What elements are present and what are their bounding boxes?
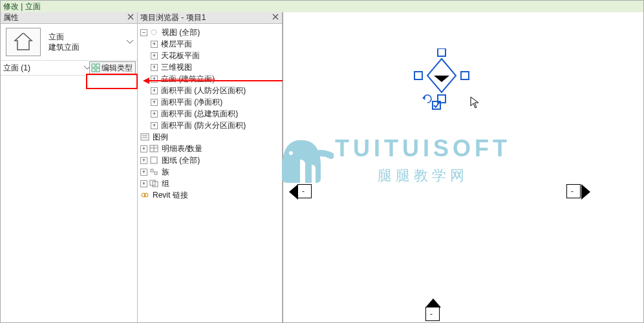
- elevation-marker-selected[interactable]: -: [409, 48, 479, 112]
- expand-icon[interactable]: [151, 122, 158, 129]
- tree-node-links[interactable]: Revit 链接: [140, 189, 281, 201]
- tree-node-sheets[interactable]: 图纸 (全部): [140, 154, 281, 166]
- type-name: 立面: [48, 32, 80, 42]
- project-tree[interactable]: 视图 (全部) 楼层平面 天花板平面 三维视图 立面 (建筑立面) 面积平面 (…: [138, 24, 282, 203]
- expand-icon[interactable]: [140, 157, 147, 164]
- tree-node[interactable]: 楼层平面: [151, 38, 281, 50]
- svg-rect-11: [151, 157, 157, 163]
- tree-node-views[interactable]: 视图 (全部): [140, 26, 281, 38]
- browser-title: 项目浏览器 - 项目1: [140, 12, 206, 23]
- legend-icon: [140, 133, 149, 141]
- views-icon: [149, 28, 158, 36]
- expand-icon[interactable]: [151, 87, 158, 94]
- expand-icon[interactable]: [151, 64, 158, 71]
- svg-rect-3: [96, 68, 100, 72]
- watermark-text-top: TUITUISOFT: [335, 135, 511, 162]
- svg-rect-12: [151, 169, 153, 172]
- svg-rect-20: [414, 72, 422, 79]
- svg-point-17: [144, 193, 148, 197]
- edit-type-icon: [91, 63, 100, 72]
- watermark-text-sub: 腿腿教学网: [335, 166, 511, 185]
- link-icon: [140, 191, 149, 199]
- svg-rect-1: [96, 64, 100, 67]
- schedule-icon: [149, 145, 158, 152]
- expand-icon[interactable]: [151, 52, 158, 59]
- cursor-icon: [470, 96, 480, 111]
- expand-icon[interactable]: [140, 29, 147, 36]
- tree-node[interactable]: 面积平面 (防火分区面积): [151, 120, 281, 131]
- tree-node[interactable]: 天花板平面: [151, 50, 281, 61]
- svg-point-4: [151, 30, 156, 35]
- svg-text:-: -: [440, 72, 442, 79]
- svg-rect-5: [141, 134, 149, 140]
- elevation-marker-bottom[interactable]: -: [425, 307, 440, 321]
- close-icon[interactable]: [272, 13, 279, 21]
- properties-panel: 属性 立面 建筑立面 立面 (1): [1, 12, 138, 322]
- svg-rect-21: [461, 72, 469, 79]
- expand-icon[interactable]: [140, 169, 147, 176]
- edit-type-button[interactable]: 编辑类型: [89, 61, 136, 74]
- tree-node[interactable]: 面积平面 (总建筑面积): [151, 108, 281, 120]
- menubar-title: 修改 | 立面: [3, 2, 41, 11]
- tree-node[interactable]: 三维视图: [151, 61, 281, 73]
- tree-label: 视图 (全部): [160, 26, 201, 38]
- close-icon[interactable]: [127, 13, 134, 21]
- expand-icon[interactable]: [151, 41, 158, 48]
- tree-node-schedules[interactable]: 明细表/数量: [140, 143, 281, 154]
- sheet-icon: [149, 156, 158, 164]
- instance-bar: 立面 (1) 编辑类型: [1, 61, 137, 76]
- group-icon: [149, 180, 158, 187]
- svg-rect-13: [155, 172, 157, 174]
- svg-rect-2: [92, 68, 95, 72]
- family-icon: [149, 168, 158, 176]
- menubar: 修改 | 立面: [1, 1, 643, 13]
- type-family: 建筑立面: [48, 42, 80, 52]
- svg-marker-28: [289, 184, 298, 200]
- tree-node-groups[interactable]: 组: [140, 178, 281, 189]
- svg-marker-29: [581, 184, 590, 200]
- svg-point-27: [289, 151, 293, 155]
- instance-label: 立面 (1): [3, 63, 30, 74]
- expand-icon[interactable]: [140, 145, 147, 152]
- chevron-down-icon[interactable]: [127, 24, 133, 60]
- type-info: 立面 建筑立面: [48, 32, 80, 52]
- type-thumbnail: [6, 28, 41, 56]
- browser-title-bar[interactable]: 项目浏览器 - 项目1: [138, 12, 282, 24]
- elevation-marker-left[interactable]: -: [297, 184, 312, 198]
- project-browser-panel: 项目浏览器 - 项目1 视图 (全部) 楼层平面: [138, 12, 283, 322]
- drawing-canvas[interactable]: - TUITUISOFT 腿腿教学网: [283, 12, 643, 322]
- svg-marker-30: [425, 298, 441, 307]
- expand-icon[interactable]: [151, 110, 158, 118]
- elevation-marker-right[interactable]: -: [566, 184, 581, 198]
- svg-rect-18: [438, 48, 445, 56]
- tree-node-legends[interactable]: 图例: [140, 131, 281, 143]
- expand-icon[interactable]: [151, 99, 158, 106]
- tree-node[interactable]: 面积平面 (净面积): [151, 96, 281, 108]
- properties-title: 属性: [3, 12, 19, 23]
- tree-node[interactable]: 面积平面 (人防分区面积): [151, 85, 281, 96]
- properties-title-bar[interactable]: 属性: [1, 12, 137, 24]
- tree-node-families[interactable]: 族: [140, 166, 281, 178]
- expand-icon[interactable]: [140, 180, 147, 187]
- watermark: TUITUISOFT 腿腿教学网: [335, 135, 511, 185]
- type-selector[interactable]: 立面 建筑立面: [1, 24, 137, 61]
- tree-node-elevation[interactable]: 立面 (建筑立面): [151, 73, 281, 85]
- edit-type-label: 编辑类型: [102, 63, 133, 74]
- svg-rect-0: [92, 64, 95, 67]
